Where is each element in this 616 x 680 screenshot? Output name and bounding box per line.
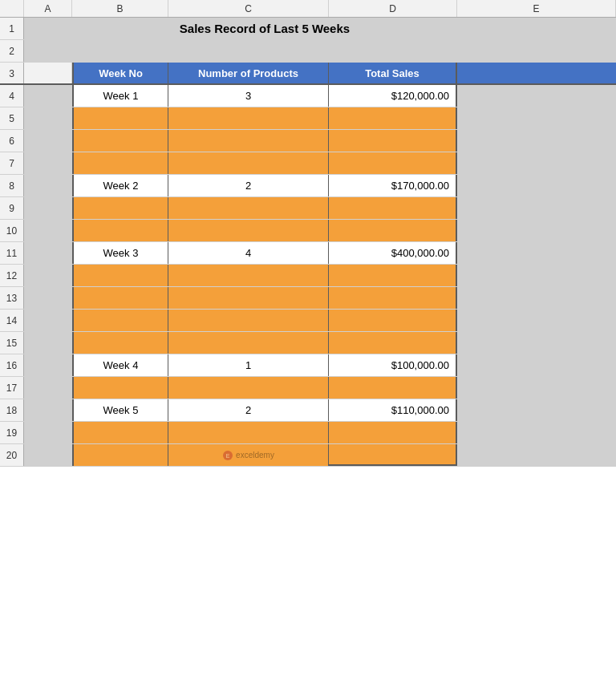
row-num-8: 8 [0,175,24,196]
table-row-14: 17 [0,377,616,399]
products-cell-12 [168,265,329,286]
products-cell-20: E exceldemy [168,444,329,466]
table-row-1: 4 Week 1 3 $120,000.00 [0,85,616,107]
week-cell-15 [72,332,168,354]
table-header-products: Number of Products [168,63,329,83]
table-row-3: 6 [0,130,616,152]
table-row-7: 10 [0,220,616,242]
sheet-title: Sales Record of Last 5 Weeks [72,18,457,39]
cell-e10 [457,220,616,241]
cell-a13 [24,287,72,309]
col-header-b: B [72,0,168,17]
row-2: 2 [0,40,616,63]
table-row-5: 8 Week 2 2 $170,000.00 [0,175,616,197]
cell-e12 [457,265,616,286]
row-num-10: 10 [0,220,24,241]
table-row-17: 20 E exceldemy [0,444,616,467]
sales-cell-16: $100,000.00 [329,354,457,376]
week-cell-5 [72,107,168,129]
cell-a18 [24,399,72,421]
cell-c2 [168,40,329,62]
products-cell-11: 4 [168,242,329,264]
sales-cell-5 [329,107,457,129]
cell-a5 [24,107,72,129]
row-num-1: 1 [0,18,24,39]
cell-a20 [24,444,72,466]
table-header-week: Week No [72,63,168,83]
cell-a6 [24,130,72,152]
table-row-13: 16 Week 4 1 $100,000.00 [0,354,616,377]
table-header-row: 3 Week No Number of Products Total Sales [0,63,616,85]
sales-cell-20 [329,444,457,466]
table-row-2: 5 [0,107,616,130]
row-num-16: 16 [0,354,24,376]
cell-a14 [24,310,72,331]
week-cell-16: Week 4 [72,354,168,376]
sales-cell-8: $170,000.00 [329,175,457,196]
products-cell-15 [168,332,329,354]
column-headers: A B C D E [0,0,616,18]
cell-e15 [457,332,616,354]
cell-a9 [24,197,72,219]
week-cell-9 [72,197,168,219]
watermark-icon: E [222,450,233,461]
corner-cell [0,0,24,17]
sales-cell-12 [329,265,457,286]
empty-area [0,467,616,680]
sales-cell-15 [329,332,457,354]
cell-a4 [24,85,72,107]
spreadsheet: A B C D E 1 Sales Record of Last 5 Weeks… [0,0,616,680]
week-cell-20 [72,444,168,466]
cell-e2 [457,40,616,62]
row-1: 1 Sales Record of Last 5 Weeks [0,18,616,40]
sales-cell-9 [329,197,457,219]
sales-cell-11: $400,000.00 [329,242,457,264]
sales-cell-10 [329,220,457,241]
sales-cell-6 [329,130,457,152]
cell-a2 [24,40,72,62]
row-num-6: 6 [0,130,24,152]
cell-a19 [24,422,72,443]
cell-b2 [72,40,168,62]
cell-e16 [457,354,616,376]
cell-d2 [329,40,457,62]
sales-cell-19 [329,422,457,443]
cell-e17 [457,377,616,399]
cell-e7 [457,152,616,174]
week-cell-11: Week 3 [72,242,168,264]
products-cell-17 [168,377,329,399]
products-cell-7 [168,152,329,174]
row-num-11: 11 [0,242,24,264]
table-row-15: 18 Week 5 2 $110,000.00 [0,399,616,422]
col-header-e: E [457,0,616,17]
products-cell-6 [168,130,329,152]
week-cell-10 [72,220,168,241]
week-cell-8: Week 2 [72,175,168,196]
cell-e11 [457,242,616,264]
row-num-5: 5 [0,107,24,129]
table-row-4: 7 [0,152,616,175]
week-cell-6 [72,130,168,152]
cell-a17 [24,377,72,399]
row-num-14: 14 [0,310,24,331]
week-cell-19 [72,422,168,443]
cell-e3 [457,63,616,83]
cell-e20 [457,444,616,466]
cell-a16 [24,354,72,376]
row-num-13: 13 [0,287,24,309]
products-cell-8: 2 [168,175,329,196]
row-num-7: 7 [0,152,24,174]
cell-a1 [24,18,72,39]
products-cell: 3 [168,85,329,107]
sales-cell-14 [329,310,457,331]
cell-e1 [457,18,616,39]
sales-cell-7 [329,152,457,174]
row-num-18: 18 [0,399,24,421]
row-num-15: 15 [0,332,24,354]
svg-text:E: E [226,453,230,459]
table-row-12: 15 [0,332,616,354]
row-num-12: 12 [0,265,24,286]
products-cell-16: 1 [168,354,329,376]
table-row-11: 14 [0,310,616,332]
table-header-sales: Total Sales [329,63,457,83]
